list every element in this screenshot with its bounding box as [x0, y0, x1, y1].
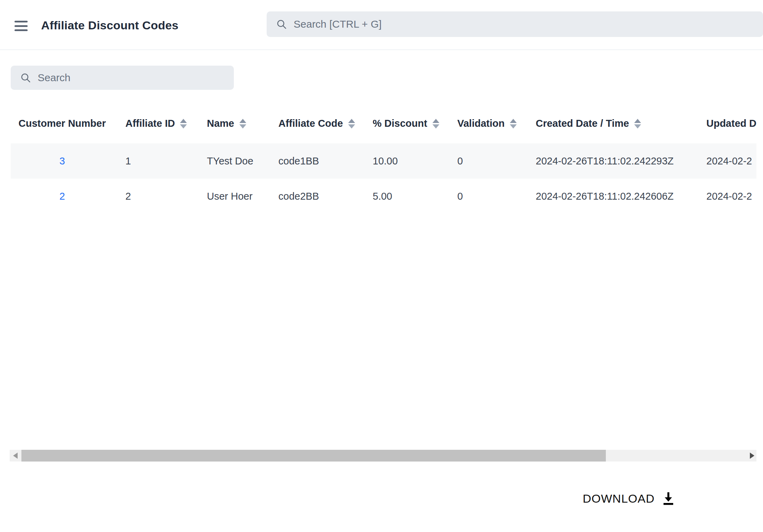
cell-name: User Hoer	[207, 179, 278, 214]
column-label: % Discount	[373, 118, 427, 129]
table-row: 2 2 User Hoer code2BB 5.00 0 2024-02-26T…	[11, 179, 756, 214]
cell-validation: 0	[457, 143, 536, 179]
global-search[interactable]	[267, 11, 763, 37]
table-header-row: Customer Number Affiliate ID Name Affili…	[11, 104, 756, 143]
customer-number-link[interactable]: 2	[59, 191, 65, 202]
cell-created: 2024-02-26T18:11:02.242606Z	[536, 179, 706, 214]
cell-customer-number: 3	[11, 143, 125, 179]
scroll-right-icon[interactable]	[750, 453, 754, 459]
column-label: Affiliate Code	[278, 118, 343, 129]
download-label: DOWNLOAD	[583, 492, 655, 505]
sort-icon[interactable]	[510, 119, 517, 129]
cell-discount: 5.00	[373, 179, 457, 214]
sort-icon[interactable]	[634, 119, 641, 129]
page-title: Affiliate Discount Codes	[41, 18, 179, 32]
cell-name: TYest Doe	[207, 143, 278, 179]
global-search-input[interactable]	[294, 11, 763, 37]
cell-discount: 10.00	[373, 143, 457, 179]
search-icon	[20, 72, 31, 84]
column-header-customer-number[interactable]: Customer Number	[11, 104, 125, 143]
column-header-validation[interactable]: Validation	[457, 104, 536, 143]
horizontal-scrollbar[interactable]	[10, 450, 756, 462]
column-header-updated[interactable]: Updated Da	[706, 104, 756, 143]
top-app-bar: Affiliate Discount Codes	[0, 0, 763, 50]
column-header-created[interactable]: Created Date / Time	[536, 104, 706, 143]
sort-icon[interactable]	[180, 119, 187, 129]
table-search-input[interactable]	[38, 66, 234, 90]
scroll-left-icon[interactable]	[13, 453, 18, 459]
column-header-affiliate-code[interactable]: Affiliate Code	[278, 104, 373, 143]
cell-updated: 2024-02-2	[706, 143, 756, 179]
column-label: Validation	[457, 118, 505, 129]
download-icon	[662, 492, 675, 505]
scrollbar-thumb[interactable]	[21, 450, 606, 462]
sort-icon[interactable]	[348, 119, 355, 129]
customer-number-link[interactable]: 3	[59, 155, 65, 167]
cell-affiliate-id: 2	[125, 179, 207, 214]
column-header-discount[interactable]: % Discount	[373, 104, 457, 143]
column-label: Updated Da	[706, 118, 756, 129]
column-header-name[interactable]: Name	[207, 104, 278, 143]
table-container: Customer Number Affiliate ID Name Affili…	[11, 104, 756, 214]
cell-affiliate-id: 1	[125, 143, 207, 179]
search-icon	[276, 18, 287, 30]
column-label: Customer Number	[19, 118, 106, 129]
column-header-affiliate-id[interactable]: Affiliate ID	[125, 104, 207, 143]
cell-affiliate-code: code1BB	[278, 143, 373, 179]
affiliate-codes-table: Customer Number Affiliate ID Name Affili…	[11, 104, 756, 214]
menu-icon[interactable]	[15, 21, 28, 31]
table-search[interactable]	[11, 66, 234, 90]
column-label: Created Date / Time	[536, 118, 629, 129]
cell-customer-number: 2	[11, 179, 125, 214]
download-button[interactable]: DOWNLOAD	[583, 488, 675, 509]
cell-validation: 0	[457, 179, 536, 214]
column-label: Affiliate ID	[125, 118, 175, 129]
sort-icon[interactable]	[239, 119, 246, 129]
sort-icon[interactable]	[432, 119, 439, 129]
cell-affiliate-code: code2BB	[278, 179, 373, 214]
column-label: Name	[207, 118, 234, 129]
cell-updated: 2024-02-2	[706, 179, 756, 214]
table-row: 3 1 TYest Doe code1BB 10.00 0 2024-02-26…	[11, 143, 756, 179]
cell-created: 2024-02-26T18:11:02.242293Z	[536, 143, 706, 179]
